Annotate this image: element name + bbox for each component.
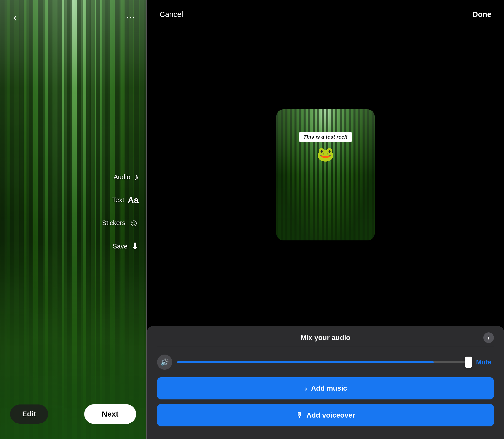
text-tool-icon: Aa <box>128 195 139 205</box>
cancel-button[interactable]: Cancel <box>160 10 183 19</box>
preview-light-overlay <box>276 109 375 240</box>
more-options-button[interactable]: ··· <box>124 10 139 25</box>
text-overlay-content: This is a test reel! <box>304 134 348 140</box>
volume-slider-track <box>177 361 468 363</box>
panel-divider-line <box>157 347 494 347</box>
info-button[interactable]: i <box>483 332 494 343</box>
add-music-button[interactable]: ♪ Add music <box>157 377 494 399</box>
audio-tool-label: Audio <box>114 173 131 181</box>
add-music-label: Add music <box>311 384 347 392</box>
back-button[interactable]: ‹ <box>8 10 23 25</box>
volume-slider-row: 🔊 Mute <box>157 355 494 370</box>
audio-tool-button[interactable]: Audio ♪ <box>114 172 139 182</box>
audio-panel-header: Mix your audio i <box>157 334 494 342</box>
left-editor-panel: ‹ ··· Audio ♪ Text Aa Stickers ☺ Save ⬇ … <box>0 0 146 439</box>
info-icon-symbol: i <box>488 335 489 341</box>
volume-slider-container[interactable] <box>177 361 468 363</box>
bottom-action-bar: Edit Next <box>0 404 146 424</box>
back-chevron-icon: ‹ <box>13 12 17 23</box>
audio-panel-title: Mix your audio <box>301 334 350 342</box>
done-button[interactable]: Done <box>472 10 491 19</box>
video-preview-frame: This is a test reel! 🐸 <box>276 109 375 240</box>
text-tool-button[interactable]: Text Aa <box>112 195 139 205</box>
volume-slider-thumb[interactable] <box>465 357 472 368</box>
right-audio-panel: Cancel Done This is a test reel! 🐸 Mix y… <box>147 0 504 439</box>
volume-speaker-icon: 🔊 <box>161 358 169 366</box>
add-voiceover-button[interactable]: 🎙 Add voiceover <box>157 404 494 426</box>
text-tool-label: Text <box>112 196 124 204</box>
microphone-icon: 🎙 <box>296 411 303 419</box>
right-topbar: Cancel Done <box>147 0 504 26</box>
add-voiceover-label: Add voiceover <box>307 411 355 419</box>
editor-toolbar: Audio ♪ Text Aa Stickers ☺ Save ⬇ <box>102 172 139 252</box>
text-overlay-banner[interactable]: This is a test reel! <box>299 132 352 142</box>
frog-sticker-icon: 🐸 <box>317 146 334 162</box>
save-tool-button[interactable]: Save ⬇ <box>113 241 139 252</box>
volume-slider-fill <box>177 361 434 363</box>
sticker-overlay[interactable]: 🐸 <box>317 146 334 163</box>
audio-mix-panel: Mix your audio i 🔊 Mute ♪ Add music <box>147 326 504 439</box>
mute-button[interactable]: Mute <box>473 358 494 366</box>
volume-icon-button[interactable]: 🔊 <box>157 355 172 370</box>
stickers-tool-button[interactable]: Stickers ☺ <box>102 217 139 228</box>
video-preview-area: This is a test reel! 🐸 <box>147 26 504 326</box>
next-button[interactable]: Next <box>84 404 136 424</box>
music-note-icon: ♪ <box>304 384 307 392</box>
audio-tool-icon: ♪ <box>134 172 139 182</box>
ellipsis-icon: ··· <box>127 13 136 22</box>
stickers-tool-label: Stickers <box>102 219 125 227</box>
save-tool-icon: ⬇ <box>131 241 139 252</box>
save-tool-label: Save <box>113 242 128 250</box>
sticker-tool-icon: ☺ <box>129 217 139 228</box>
edit-button[interactable]: Edit <box>10 404 48 424</box>
